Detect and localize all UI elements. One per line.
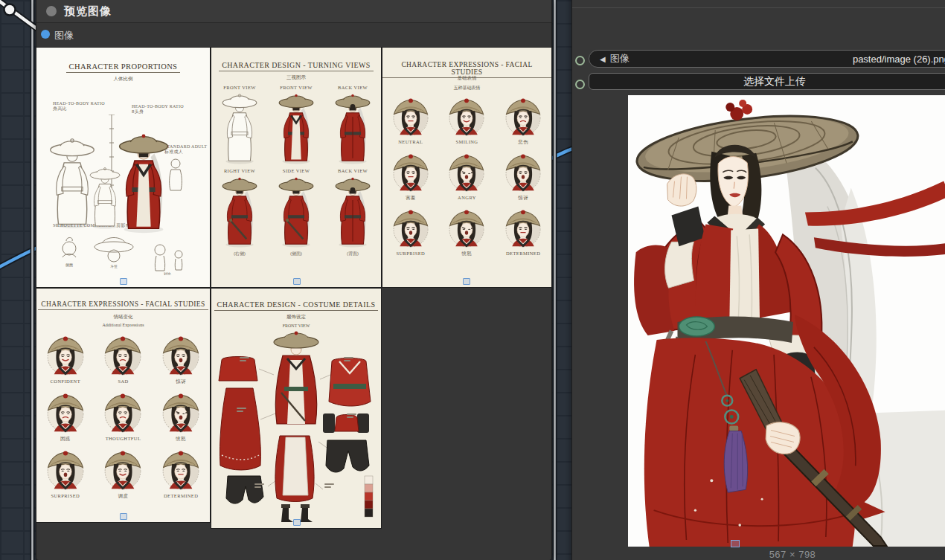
collapse-dot-icon[interactable] xyxy=(46,6,57,16)
page5-subtitle: 服饰设定 xyxy=(211,314,381,321)
expression-portrait: 惊讶 xyxy=(153,335,210,385)
image-size-caption: 567 × 798 xyxy=(733,549,852,560)
expression-portrait: 悲伤 xyxy=(496,97,551,146)
preview-page-expressions-1[interactable]: CHARACTER EXPRESSIONS - FACIAL STUDIES 基… xyxy=(382,48,551,287)
turning-view-figure: SIDE VIEW(侧面) xyxy=(268,168,324,257)
upload-input-slot-ring[interactable] xyxy=(575,80,585,89)
image-widget-label: 图像 xyxy=(610,52,630,65)
child-figure-sketch xyxy=(164,158,187,193)
link-endpoint-dot xyxy=(4,4,16,16)
page2-subtitle: 三视图示 xyxy=(211,74,381,81)
expression-grid-2: CONFIDENTSAD惊讶困惑THOUGHTFUL愤怒SURPRISED调皮D… xyxy=(36,335,210,506)
expression-grid-1: NEUTRALSMILING悲伤害羞ANGRY惊讶SURPRISED愤怒DETE… xyxy=(382,97,551,264)
page4-title: CHARACTER EXPRESSIONS - FACIAL STUDIES xyxy=(38,300,208,310)
expression-label: DETERMINED xyxy=(164,493,198,498)
expression-portrait: CONFIDENT xyxy=(36,335,94,385)
costume-details-illustration xyxy=(211,330,381,525)
expression-label: 害羞 xyxy=(406,195,416,202)
node-graph-canvas[interactable]: 预览图像 图像 CHARACTER PROPORTIONS 人体比例 HEAD-… xyxy=(0,0,945,560)
page5-subtitle2: FRONT VIEW xyxy=(211,324,381,328)
image-input-slot[interactable] xyxy=(41,30,50,39)
preview-image-grid: CHARACTER PROPORTIONS 人体比例 HEAD-TO-BODY … xyxy=(36,48,551,528)
svg-text:侧面: 侧面 xyxy=(65,263,73,268)
expression-portrait: DETERMINED xyxy=(153,449,210,500)
load-node-title-separator xyxy=(572,7,945,8)
expression-portrait: SURPRISED xyxy=(36,449,94,500)
expression-label: SURPRISED xyxy=(51,493,80,498)
load-image-node[interactable]: ◀ 图像 pasted/image (26).png 选择文件上传 xyxy=(571,0,945,560)
page2-title: CHARACTER DESIGN - TURNING VIEWS xyxy=(219,61,374,71)
image-widget-value: pasted/image (26).png xyxy=(853,54,945,65)
turning-view-figure: RIGHT VIEW(右侧) xyxy=(211,168,267,257)
loaded-image-preview xyxy=(628,95,945,547)
expression-portrait: SURPRISED xyxy=(382,208,438,257)
preview-image-node[interactable]: 预览图像 图像 CHARACTER PROPORTIONS 人体比例 HEAD-… xyxy=(36,0,552,560)
expression-label: 悲伤 xyxy=(518,139,528,146)
prev-arrow-icon[interactable]: ◀ xyxy=(600,55,606,63)
expression-portrait: 困惑 xyxy=(36,392,94,442)
page1-marker xyxy=(120,278,127,285)
svg-text:斗笠: 斗笠 xyxy=(110,264,118,268)
image-input-label: 图像 xyxy=(54,29,74,42)
expression-label: DETERMINED xyxy=(506,251,540,256)
expression-label: CONFIDENT xyxy=(51,379,80,384)
expression-label: 惊讶 xyxy=(518,195,528,202)
page1-subtitle: 人体比例 xyxy=(36,76,210,83)
preview-page-turning-views[interactable]: CHARACTER DESIGN - TURNING VIEWS 三视图示 FR… xyxy=(211,48,381,287)
image-resize-handle[interactable] xyxy=(731,540,740,547)
expression-label: SAD xyxy=(118,379,128,384)
page1-title: CHARACTER PROPORTIONS xyxy=(66,62,181,73)
expression-label: THOUGHTFUL xyxy=(106,436,141,441)
expression-portrait: 调皮 xyxy=(94,449,152,500)
page3-marker xyxy=(463,278,470,285)
page3-subtitle2: 五种基础表情 xyxy=(382,85,551,91)
page3-subtitle: 基础表情 xyxy=(382,75,551,82)
expression-label: SMILING xyxy=(456,139,478,144)
expression-portrait: 愤怒 xyxy=(153,392,210,442)
expression-label: 愤怒 xyxy=(462,251,472,257)
page5-title: CHARACTER DESIGN - COSTUME DETAILS xyxy=(214,300,379,311)
expression-portrait: THOUGHTFUL xyxy=(94,392,152,442)
turning-view-figure: BACK VIEW(背面) xyxy=(324,168,380,257)
character-illustration xyxy=(628,95,945,547)
expression-label: 困惑 xyxy=(60,436,71,442)
expression-label: 愤怒 xyxy=(176,436,186,442)
turning-view-figure: FRONT VIEW xyxy=(268,85,324,166)
preview-node-titlebar[interactable]: 预览图像 xyxy=(36,0,551,23)
turning-row-1: FRONT VIEWFRONT VIEWBACK VIEW xyxy=(211,85,381,166)
expression-portrait: SAD xyxy=(94,335,152,385)
page4-subtitle2: Additional Expressions xyxy=(36,323,210,327)
expression-label: 惊讶 xyxy=(176,379,186,385)
expression-portrait: DETERMINED xyxy=(496,208,551,257)
image-filename-widget[interactable]: ◀ 图像 pasted/image (26).png xyxy=(589,50,945,68)
expression-label: ANGRY xyxy=(458,195,476,200)
expression-portrait: NEUTRAL xyxy=(382,97,438,146)
expression-portrait: SMILING xyxy=(439,97,495,146)
svg-text:对比: 对比 xyxy=(164,271,171,275)
widget-input-slot-ring[interactable] xyxy=(575,56,585,65)
preview-page-costume[interactable]: CHARACTER DESIGN - COSTUME DETAILS 服饰设定 … xyxy=(211,289,381,528)
expression-portrait: 愤怒 xyxy=(439,208,495,257)
turning-row-2: RIGHT VIEW(右侧)SIDE VIEW(侧面)BACK VIEW(背面) xyxy=(211,168,381,257)
choose-file-upload-button[interactable]: 选择文件上传 xyxy=(589,73,945,90)
expression-portrait: 害羞 xyxy=(382,152,438,202)
expression-label: NEUTRAL xyxy=(398,139,423,144)
turning-view-figure: BACK VIEW xyxy=(324,85,380,166)
silhouette-sketches: 侧面斗笠对比 xyxy=(56,232,190,275)
page5-marker xyxy=(293,519,301,526)
expression-portrait: ANGRY xyxy=(439,152,495,202)
preview-node-title: 预览图像 xyxy=(64,4,112,19)
page2-marker xyxy=(293,278,301,285)
preview-page-proportions[interactable]: CHARACTER PROPORTIONS 人体比例 HEAD-TO-BODY … xyxy=(36,48,210,287)
page4-marker xyxy=(120,513,127,520)
page4-subtitle: 情绪变化 xyxy=(36,314,210,321)
expression-label: SURPRISED xyxy=(397,251,426,256)
expression-portrait: 惊讶 xyxy=(496,152,551,202)
expression-label: 调皮 xyxy=(118,493,129,500)
preview-page-expressions-2[interactable]: CHARACTER EXPRESSIONS - FACIAL STUDIES 情… xyxy=(36,289,210,522)
turning-view-figure: FRONT VIEW xyxy=(211,85,267,166)
